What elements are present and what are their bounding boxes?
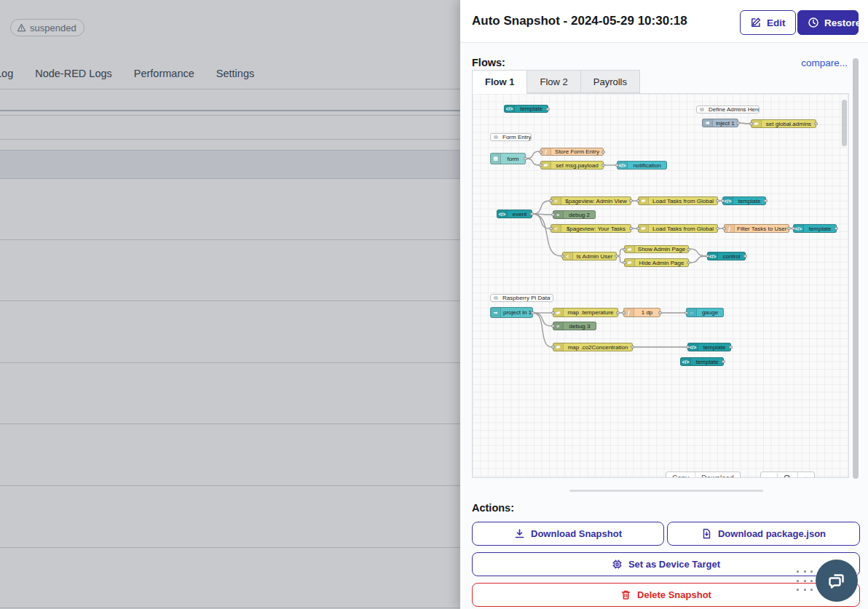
code-icon: </>	[723, 197, 733, 204]
flow-node-form: ▤form	[490, 153, 526, 164]
flow-node-label: template	[804, 226, 836, 232]
output-port	[616, 311, 620, 314]
tab-flow-2[interactable]: Flow 2	[526, 70, 580, 93]
snapshot-drawer: Auto Snapshot - 2024-05-29 10:30:18 Edit…	[460, 0, 868, 609]
nav-item-node-red-logs[interactable]: Node-RED Logs	[35, 68, 112, 79]
edit-icon	[750, 17, 762, 28]
flow-node-define-admins-here: Define Admins Here	[696, 106, 760, 114]
change-icon: ⇄	[625, 259, 635, 266]
flow-node-label: Form Entry	[500, 134, 531, 140]
trash-icon	[620, 589, 631, 600]
flow-node-store-form-entry: ƒStore Form Entry	[540, 148, 604, 156]
canvas-horizontal-scrollbar[interactable]	[569, 490, 763, 492]
output-port	[615, 255, 618, 258]
canvas-copy-download-buttons[interactable]: Copy Download	[666, 471, 741, 478]
flow-tabs: Flow 1 Flow 2 Payrolls	[472, 70, 639, 94]
flow-node-load-tasks-from-global: ⇄Load Tasks from Global	[638, 196, 718, 205]
table-row-divider	[0, 239, 460, 240]
nav-item-settings[interactable]: Settings	[216, 68, 254, 79]
flow-node-show-admin-page: ⇄Show Admin Page	[624, 245, 689, 253]
chat-launcher[interactable]	[816, 560, 858, 602]
delete-snapshot-label: Delete Snapshot	[637, 589, 711, 600]
flow-node-control: </>control	[707, 252, 746, 260]
download-snapshot-button[interactable]: Download Snapshot	[472, 522, 664, 546]
flow-node--pageview-admin-view: <$pageview: Admin View	[551, 196, 631, 205]
input-port	[551, 346, 555, 349]
flow-node-label: template	[515, 106, 548, 112]
table-row-divider	[0, 608, 460, 608]
nav-item-log[interactable]: Log	[0, 68, 13, 79]
input-port	[686, 346, 690, 349]
table-row-highlighted[interactable]	[0, 150, 460, 178]
flow-node-template: </>template	[793, 224, 837, 233]
restore-button[interactable]: Restore	[797, 10, 859, 35]
input-port	[549, 199, 553, 202]
change-icon: ⇄	[553, 343, 564, 351]
flow-node-label: 1 dp	[634, 309, 660, 316]
output-port	[764, 199, 768, 202]
canvas-zoom-controls[interactable]: − +	[760, 471, 815, 478]
edit-button-label: Edit	[767, 17, 786, 28]
download-package-json-button[interactable]: Download package.json	[667, 522, 860, 546]
input-port	[615, 164, 619, 167]
nav-item-performance[interactable]: Performance	[134, 68, 194, 79]
compare-link[interactable]: compare...	[801, 57, 848, 68]
input-port	[622, 311, 626, 314]
flow-node-inject-1: ⇉inject 1	[702, 119, 738, 127]
flow-node-label: debug 3	[564, 323, 596, 330]
flow-node-template: </>template	[680, 357, 724, 366]
output-port	[743, 255, 747, 258]
flow-node-label: map .temperature	[564, 309, 618, 316]
code-icon: </>	[497, 210, 508, 218]
tab-payrolls[interactable]: Payrolls	[580, 70, 640, 93]
edit-button[interactable]: Edit	[740, 10, 796, 35]
zoom-reset-button[interactable]	[778, 472, 798, 478]
output-port	[629, 199, 633, 202]
table-row-divider	[0, 139, 460, 140]
switch-icon: <	[551, 197, 561, 204]
debug-icon: ≡	[553, 211, 564, 218]
function-icon: ƒ	[624, 309, 634, 317]
code-icon: </>	[505, 106, 515, 112]
canvas-vertical-scrollbar[interactable]	[842, 100, 847, 146]
output-port	[658, 311, 662, 314]
download-button[interactable]: Download	[695, 472, 739, 478]
drawer-scrollbar[interactable]	[853, 58, 859, 479]
code-icon: </>	[618, 162, 628, 169]
change-icon: ⇄	[541, 162, 551, 169]
comment-icon	[491, 134, 500, 140]
drawer-header: Auto Snapshot - 2024-05-29 10:30:18 Edit…	[460, 0, 868, 43]
table-row-divider	[0, 178, 460, 179]
copy-button[interactable]: Copy	[666, 472, 695, 478]
output-port	[716, 199, 719, 202]
download-package-json-label: Download package.json	[718, 528, 826, 539]
flow-node-label: set msg.payload	[551, 162, 603, 169]
actions-label: Actions:	[472, 502, 514, 514]
flow-node-label: Load Tasks from Global	[649, 198, 717, 204]
flow-node-label: template	[733, 198, 765, 204]
zoom-in-button[interactable]: +	[798, 473, 814, 478]
flow-node-gauge: ∩gauge	[686, 308, 724, 317]
output-port	[687, 261, 690, 264]
flow-node-label: set global.admins	[762, 121, 816, 127]
output-port	[631, 346, 634, 349]
flow-node-debug-3: ≡debug 3	[553, 322, 596, 330]
table-row-divider	[0, 300, 460, 301]
output-port	[716, 227, 719, 230]
flow-node-hide-admin-page: ⇄Hide Admin Page	[624, 258, 689, 267]
flow-node-map-temperature: ⇄map .temperature	[553, 308, 618, 317]
output-port	[524, 157, 527, 160]
dimmed-background: suspended Log Node-RED Logs Performance …	[0, 0, 460, 609]
output-port	[546, 108, 550, 111]
flow-node-label: gauge	[697, 309, 723, 316]
magnifier-icon	[784, 474, 792, 478]
flow-node-label: Hide Admin Page	[635, 260, 688, 266]
form-icon: ▤	[491, 154, 501, 164]
switch-icon: <	[563, 252, 573, 260]
flow-node-form-entry: Form Entry	[490, 133, 532, 141]
flow-canvas[interactable]: Copy Download − + </>templateDefine Admi…	[472, 93, 849, 478]
flow-node-1-dp: ƒ1 dp	[623, 308, 660, 317]
zoom-out-button[interactable]: −	[761, 473, 778, 478]
tab-flow-1[interactable]: Flow 1	[472, 70, 527, 94]
flow-node-is-admin-user: <Is Admin User	[562, 252, 617, 260]
